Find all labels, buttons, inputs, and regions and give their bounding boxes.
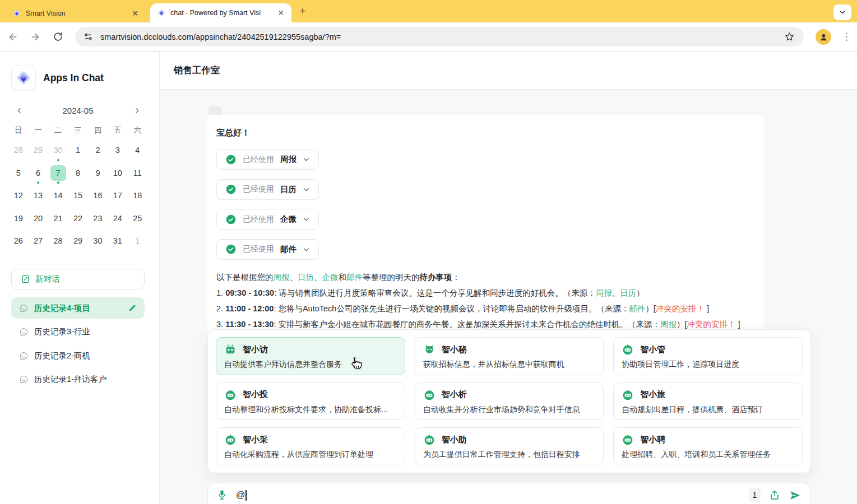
- profile-avatar[interactable]: [816, 29, 831, 45]
- bookmark-star-icon[interactable]: [782, 30, 796, 44]
- calendar-month-label: 2024-05: [62, 106, 93, 115]
- send-icon[interactable]: [789, 489, 802, 502]
- url-text[interactable]: smartvision.dcclouds.com/appsinchat/2404…: [100, 32, 782, 41]
- calendar-day[interactable]: 29: [28, 139, 48, 162]
- text-segment: 2.: [216, 304, 225, 313]
- source-link[interactable]: 邮件: [346, 273, 363, 282]
- text-segment: 和: [339, 273, 347, 282]
- agent-card[interactable]: 智小旅自动规划出差日程，提供机票、酒店预订: [613, 382, 803, 421]
- source-link[interactable]: 周报: [660, 320, 677, 329]
- microphone-icon[interactable]: [217, 489, 227, 501]
- calendar-day[interactable]: 22: [68, 207, 87, 230]
- calendar-day[interactable]: 21: [48, 207, 68, 230]
- calendar-day[interactable]: 27: [28, 230, 48, 253]
- calendar-day[interactable]: 31: [108, 230, 127, 253]
- calendar-day[interactable]: 16: [88, 184, 108, 207]
- conflict-warning: 冲突的安排！: [656, 304, 705, 313]
- calendar-day[interactable]: 20: [28, 207, 48, 230]
- text-segment: ：: [452, 273, 461, 282]
- calendar-prev-icon[interactable]: [13, 104, 25, 116]
- calendar-day[interactable]: 4: [128, 139, 147, 162]
- chat-bubble-icon: [19, 375, 29, 384]
- history-item[interactable]: 历史记录1-拜访客户: [11, 369, 145, 390]
- agent-card[interactable]: 智小秘获取招标信息，并从招标信息中获取商机: [415, 337, 604, 375]
- calendar-day[interactable]: 7: [48, 162, 68, 185]
- back-button[interactable]: [3, 27, 22, 46]
- calendar-day[interactable]: 1: [68, 139, 87, 162]
- agent-card[interactable]: 智小析自动收集并分析行业市场趋势和竞争对手信息: [415, 382, 604, 421]
- weekday-label: 一: [28, 125, 48, 136]
- check-circle-icon: [225, 184, 237, 195]
- browser-menu-icon[interactable]: ⋮: [841, 29, 852, 45]
- new-chat-button[interactable]: 新对话: [11, 269, 145, 290]
- calendar-day[interactable]: 23: [88, 207, 108, 230]
- calendar-day[interactable]: 15: [68, 184, 87, 207]
- tab-search-button[interactable]: [833, 4, 851, 20]
- tab-close-icon[interactable]: ✕: [130, 8, 140, 18]
- calendar-day[interactable]: 8: [68, 162, 87, 185]
- app-brand: Apps In Chat: [11, 66, 104, 90]
- calendar-day[interactable]: 25: [128, 207, 147, 230]
- new-tab-button[interactable]: +: [296, 5, 309, 18]
- calendar-next-icon[interactable]: [131, 104, 143, 116]
- edit-pencil-icon[interactable]: [128, 304, 137, 312]
- tab-chat-active[interactable]: chat - Powered by Smart Visi ✕: [150, 3, 291, 22]
- calendar-day[interactable]: 5: [8, 162, 28, 185]
- agent-card[interactable]: 智小管协助项目管理工作，追踪项目进度: [613, 337, 803, 375]
- calendar-day[interactable]: 3: [108, 139, 127, 162]
- history-item[interactable]: 历史记录4-项目: [11, 297, 145, 319]
- calendar-day[interactable]: 6: [28, 162, 48, 185]
- upload-icon[interactable]: [769, 489, 780, 501]
- tab-smart-vision[interactable]: Smart Vision ✕: [6, 4, 146, 22]
- calendar-day[interactable]: 9: [88, 162, 108, 185]
- check-circle-icon: [225, 244, 237, 255]
- reload-button[interactable]: [48, 27, 67, 46]
- calendar-day[interactable]: 30: [88, 230, 108, 253]
- chat-bubble-icon: [19, 327, 29, 337]
- weekday-label: 三: [68, 125, 87, 136]
- calendar-day[interactable]: 13: [28, 184, 48, 207]
- calendar-day[interactable]: 30: [48, 139, 68, 162]
- agent-card[interactable]: 智小访自动提供客户拜访信息并整合服务: [216, 337, 405, 375]
- site-info-icon[interactable]: [83, 31, 94, 42]
- tool-used-chip[interactable]: 已经使用邮件: [216, 239, 319, 260]
- browser-toolbar: smartvision.dcclouds.com/appsinchat/2404…: [0, 22, 857, 52]
- url-bar[interactable]: smartvision.dcclouds.com/appsinchat/2404…: [75, 27, 804, 46]
- calendar-day[interactable]: 10: [108, 162, 127, 185]
- agent-card[interactable]: 智小投自动整理和分析投标文件要求，协助准备投标...: [216, 382, 405, 421]
- history-item[interactable]: 历史记录3-行业: [11, 321, 145, 343]
- source-link[interactable]: 日历: [298, 273, 314, 282]
- calendar-day[interactable]: 18: [128, 184, 147, 207]
- tool-used-chip[interactable]: 已经使用企微: [216, 209, 319, 230]
- source-link[interactable]: 周报: [596, 288, 612, 297]
- calendar-day[interactable]: 28: [48, 230, 68, 253]
- history-item[interactable]: 历史记录2-商机: [11, 345, 145, 366]
- calendar-day[interactable]: 29: [68, 230, 87, 253]
- forward-button[interactable]: [26, 27, 45, 46]
- calendar-day[interactable]: 11: [128, 162, 147, 185]
- tool-used-chip[interactable]: 已经使用周报: [216, 149, 319, 170]
- message-input[interactable]: @: [236, 490, 247, 501]
- calendar-day[interactable]: 19: [8, 207, 28, 230]
- calendar-day[interactable]: 1: [128, 230, 147, 253]
- calendar-day[interactable]: 26: [8, 230, 28, 253]
- source-link[interactable]: 邮件: [629, 304, 645, 313]
- agent-card[interactable]: 智小采自动化采购流程，从供应商管理到订单处理: [216, 427, 405, 465]
- agent-card[interactable]: 智小聘处理招聘、入职、培训和员工关系管理任务: [613, 427, 803, 465]
- calendar-day[interactable]: 17: [108, 184, 127, 207]
- source-link[interactable]: 日历: [620, 288, 636, 297]
- calendar-day[interactable]: 24: [108, 207, 127, 230]
- agent-card[interactable]: 智小助为员工提供日常工作管理支持，包括日程安排: [415, 427, 604, 465]
- tool-used-chip[interactable]: 已经使用日历: [216, 179, 319, 200]
- robot-square-icon: [224, 343, 237, 356]
- agents-panel: 智小访自动提供客户拜访信息并整合服务智小秘获取招标信息，并从招标信息中获取商机智…: [207, 329, 811, 473]
- calendar-day[interactable]: 2: [88, 139, 108, 162]
- source-link[interactable]: 周报: [274, 273, 290, 282]
- event-dot: [37, 181, 39, 184]
- tab-close-icon[interactable]: ✕: [276, 8, 286, 18]
- calendar-day[interactable]: 14: [48, 184, 68, 207]
- calendar-day[interactable]: 28: [8, 139, 28, 162]
- text-segment: ]: [735, 320, 740, 329]
- calendar-day[interactable]: 12: [8, 184, 28, 207]
- source-link[interactable]: 企微: [322, 273, 339, 282]
